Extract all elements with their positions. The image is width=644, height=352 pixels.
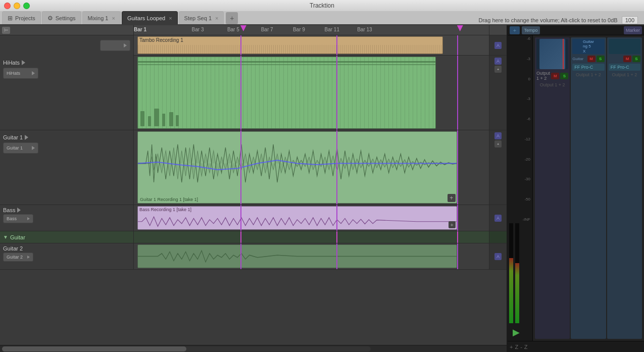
tab-step-seq-close[interactable]: × bbox=[215, 15, 218, 21]
bass-clip[interactable]: Bass Recording 1 [take 1] + bbox=[137, 206, 457, 230]
tab-settings[interactable]: ⚙ Settings bbox=[42, 11, 81, 24]
marker3-bass bbox=[457, 205, 458, 231]
hihats-name: HiHats bbox=[3, 60, 20, 66]
close-button[interactable] bbox=[4, 3, 11, 9]
h-scrollbar-thumb[interactable] bbox=[2, 346, 186, 351]
mixer-marker-btn[interactable]: Marker bbox=[624, 26, 642, 34]
bass-arrow[interactable] bbox=[17, 208, 21, 213]
guitar1-clip-label: Guitar 1 Recording 1 [take 1] bbox=[140, 197, 198, 202]
hihats-clip[interactable] bbox=[137, 57, 436, 129]
tab-settings-label: Settings bbox=[56, 15, 76, 21]
ch1-solo-btn[interactable]: S bbox=[560, 73, 568, 79]
meter-label-m12: -12 bbox=[509, 137, 530, 141]
ch1-mute-btn[interactable]: M bbox=[551, 73, 559, 79]
tab-guitars-looped[interactable]: Guitars Looped × bbox=[122, 11, 178, 24]
tab-step-seq[interactable]: Step Seq 1 × bbox=[179, 11, 224, 24]
tambo-clip[interactable]: Tambo Recording 1 bbox=[137, 36, 443, 54]
ch2-plugin[interactable]: FF Pro-C bbox=[572, 64, 604, 71]
guitar1-expand-btn[interactable]: + bbox=[494, 140, 502, 147]
marker2-group bbox=[336, 231, 337, 243]
guitar1-clip-expand[interactable]: + bbox=[448, 194, 456, 202]
ruler-bar11: Bar 11 bbox=[325, 27, 339, 32]
marker2-guitar2 bbox=[336, 243, 337, 269]
tab-projects[interactable]: ⊞ Projects bbox=[2, 11, 41, 24]
guitar2-clip[interactable] bbox=[137, 244, 457, 268]
meter-right bbox=[515, 263, 519, 323]
hihats-track-label[interactable]: HiHats bbox=[3, 68, 38, 79]
ch2-solo-btn[interactable]: S bbox=[597, 56, 605, 62]
ruler-bar1: Bar 1 bbox=[134, 27, 146, 32]
meter-label-minf: -INF bbox=[509, 217, 530, 222]
meter-label-m3: -3 bbox=[509, 57, 530, 61]
loop-point-icon[interactable]: ⊢ bbox=[2, 27, 10, 34]
tab-bar-right: Drag here to change the volume; Alt-clic… bbox=[478, 16, 642, 24]
tab-mixing1-close[interactable]: × bbox=[112, 15, 115, 21]
meter-label-0: 0 bbox=[509, 77, 530, 81]
bass-track-label[interactable]: Bass bbox=[3, 214, 33, 223]
ch2-mute-btn[interactable]: M bbox=[587, 56, 596, 62]
mixer-nav-minus[interactable]: - bbox=[520, 344, 522, 350]
hihats-header: HiHats HiHats bbox=[0, 56, 134, 130]
minimize-button[interactable] bbox=[14, 3, 20, 9]
bass-arm-btn[interactable]: A bbox=[494, 215, 502, 222]
ch2-label: Guitar bbox=[572, 57, 583, 61]
ch1-label: Output 1 + 2 bbox=[536, 71, 551, 81]
ch1-output: Output 1 + 2 bbox=[536, 82, 568, 87]
meter-label-m20: -20 bbox=[509, 157, 530, 162]
tab-mixing1[interactable]: Mixing 1 × bbox=[82, 11, 121, 24]
bass-clip-expand[interactable]: + bbox=[449, 221, 456, 228]
volume-display[interactable]: 100 bbox=[622, 16, 638, 24]
playhead-guitar1 bbox=[240, 130, 241, 205]
mixer-nav-z[interactable]: Z bbox=[515, 344, 518, 350]
bass-waveform bbox=[138, 214, 457, 230]
meter-label-m6: -6 bbox=[509, 36, 530, 41]
marker2-bass bbox=[336, 205, 337, 231]
guitar2-arm-btn[interactable]: A bbox=[494, 253, 502, 260]
guitar1-clip[interactable]: Guitar 1 Recording 1 [take 1] + bbox=[137, 131, 457, 204]
mixer-nav-zr: Z bbox=[524, 344, 528, 350]
ch3-plugin[interactable]: FF Pro-C bbox=[609, 64, 640, 71]
guitar1-arrow[interactable] bbox=[25, 135, 28, 140]
mixer-add-btn[interactable]: + bbox=[510, 26, 520, 34]
playhead-bass bbox=[240, 205, 241, 231]
ch3-output: Output 1 + 2 bbox=[609, 72, 640, 77]
tab-projects-label: Projects bbox=[15, 15, 35, 21]
tab-mixing1-label: Mixing 1 bbox=[88, 15, 109, 21]
ch3-mute-btn[interactable]: M bbox=[623, 56, 631, 62]
mixer-nav-plus[interactable]: + bbox=[510, 344, 513, 350]
tab-guitars-looped-close[interactable]: × bbox=[169, 15, 172, 21]
guitar1-track-label[interactable]: Guitar 1 bbox=[3, 142, 38, 154]
ch1-thumbnail bbox=[536, 39, 568, 69]
hihats-arm-btn[interactable]: A bbox=[494, 58, 502, 65]
guitar1-arm-btn[interactable]: A bbox=[494, 132, 502, 139]
ruler-bar5: Bar 5 bbox=[227, 27, 239, 32]
tab-add-button[interactable]: + bbox=[226, 12, 238, 24]
start-marker[interactable] bbox=[240, 25, 246, 31]
guitar1-waveform bbox=[138, 132, 457, 195]
tambo-arm-btn[interactable]: A bbox=[494, 42, 502, 49]
end-marker[interactable] bbox=[457, 25, 463, 31]
bass-clip-label: Bass Recording 1 [take 1] bbox=[138, 207, 457, 213]
playhead-tambo bbox=[240, 35, 241, 55]
hihats-arrow[interactable] bbox=[22, 60, 25, 65]
mixer-play-btn[interactable]: ▶ bbox=[509, 325, 524, 340]
mixer-ch3: M S FF Pro-C Output 1 + 2 bbox=[607, 37, 642, 339]
marker3-group bbox=[457, 231, 458, 243]
gear-icon: ⚙ bbox=[47, 15, 53, 22]
maximize-button[interactable] bbox=[23, 3, 30, 9]
tab-step-seq-label: Step Seq 1 bbox=[184, 15, 212, 21]
guitar2-track-label[interactable]: Guitar 2 bbox=[3, 253, 33, 262]
tab-guitars-looped-label: Guitars Looped bbox=[127, 15, 165, 21]
tambo-track-label[interactable] bbox=[100, 40, 130, 51]
ch3-solo-btn[interactable]: S bbox=[632, 56, 640, 62]
titlebar: Tracktion bbox=[0, 0, 644, 11]
main-area: ⊢ Bar 1 Bar 3 Bar 5 Bar 7 Bar 9 Bar 11 B… bbox=[0, 25, 644, 352]
guitar2-header: Guitar 2 Guitar 2 bbox=[0, 243, 134, 269]
grid-icon: ⊞ bbox=[8, 15, 13, 22]
hihats-expand-btn[interactable]: + bbox=[494, 66, 502, 73]
group-arrow-icon[interactable]: ▼ bbox=[3, 234, 8, 240]
playhead-hihats bbox=[240, 56, 241, 130]
mixer-panel: + Tempo Marker -6 -3 0 -3 -6 -12 -20 -30… bbox=[508, 25, 644, 352]
mixer-tempo-btn[interactable]: Tempo bbox=[522, 26, 540, 34]
timeline-ruler: Bar 1 Bar 3 Bar 5 Bar 7 Bar 9 Bar 11 Bar… bbox=[134, 25, 489, 35]
